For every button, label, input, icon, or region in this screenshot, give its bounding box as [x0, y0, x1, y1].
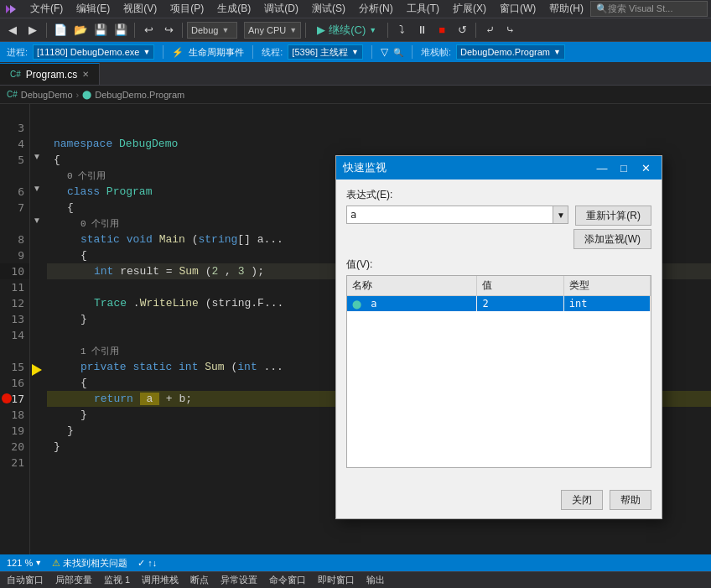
bottom-immediate[interactable]: 即时窗口 [318, 574, 355, 586]
platform-arrow-icon: ▼ [289, 26, 297, 34]
debug-sep3 [371, 45, 372, 59]
menu-edit[interactable]: 编辑(E) [70, 0, 117, 18]
menu-test[interactable]: 测试(S) [305, 0, 352, 18]
undo-btn[interactable]: ↩ [139, 21, 158, 39]
close-button[interactable]: 关闭 [561, 490, 603, 510]
menu-file[interactable]: 文件(F) [23, 0, 70, 18]
redo-btn[interactable]: ↪ [159, 21, 178, 39]
row-icon: ⬤ [352, 299, 361, 309]
stop-btn[interactable]: ■ [433, 21, 451, 39]
back-btn[interactable]: ◀ [3, 21, 22, 39]
class-icon: ⬤ [82, 90, 91, 99]
search-icon: 🔍 [596, 3, 608, 14]
status-arrows: ✓ ↑↓ [138, 558, 157, 569]
bottom-watch1[interactable]: 监视 1 [104, 574, 130, 586]
tab-program-cs[interactable]: C# Program.cs ✕ [0, 63, 100, 85]
dialog-maximize-btn[interactable]: □ [615, 159, 633, 177]
continue-arrow-icon: ▼ [369, 26, 376, 34]
debug-sep2 [252, 45, 253, 59]
bottom-breakpoints[interactable]: 断点 [190, 574, 209, 586]
col-header-name: 名称 [347, 276, 477, 296]
dialog-close-btn[interactable]: ✕ [636, 159, 655, 177]
menu-build[interactable]: 生成(B) [210, 0, 257, 18]
sep4 [305, 23, 306, 38]
save-all-btn[interactable]: 💾 [112, 21, 130, 39]
pause-btn[interactable]: ⏸ [413, 21, 431, 39]
status-bar: 121 % ▼ ⚠ 未找到相关问题 ✓ ↑↓ [0, 554, 711, 571]
bottom-exception-settings[interactable]: 异常设置 [221, 574, 257, 586]
expand-ns-icon[interactable]: ▼ [30, 152, 44, 161]
cs-icon2: C# [7, 90, 18, 99]
tab-close-icon[interactable]: ✕ [82, 70, 89, 79]
breadcrumb: C# DebugDemo › ⬤ DebugDemo.Program [0, 86, 711, 104]
bottom-output[interactable]: 输出 [366, 574, 385, 586]
toolbar: ◀ ▶ 📄 📂 💾 💾 ↩ ↪ Debug ▼ Any CPU ▼ ▶ 继续(C… [0, 18, 711, 42]
sep2 [134, 23, 135, 38]
code-line [47, 120, 711, 136]
dialog-title-bar: 快速监视 — □ ✕ [336, 156, 662, 180]
zoom-control[interactable]: 121 % ▼ [7, 558, 42, 568]
breadcrumb-namespace[interactable]: DebugDemo [21, 90, 73, 100]
restart-btn[interactable]: ↺ [453, 21, 471, 39]
cell-value: 2 [477, 296, 563, 312]
dialog-minimize-btn[interactable]: — [593, 159, 611, 177]
add-watch-button[interactable]: 添加监视(W) [573, 229, 651, 249]
dialog-body: 表达式(E): ▼ 重新计算(R) 添加监视(W) 值(V): 名 [336, 180, 662, 485]
warning-text: 未找到相关问题 [63, 557, 127, 570]
debug-sep4 [412, 45, 413, 59]
process-arrow-icon: ▼ [143, 48, 150, 56]
step-over-btn[interactable]: ⤵ [392, 21, 411, 39]
lifecycle-label: 生命周期事件 [189, 46, 244, 59]
breadcrumb-class[interactable]: DebugDemo.Program [95, 90, 184, 100]
help-button[interactable]: 帮助 [610, 490, 651, 510]
breakpoint-dot [2, 393, 12, 403]
col-header-type: 类型 [563, 276, 650, 296]
menu-project[interactable]: 项目(P) [163, 0, 210, 18]
platform-dropdown[interactable]: Any CPU ▼ [244, 22, 301, 39]
save-btn[interactable]: 💾 [91, 21, 110, 39]
menu-debug[interactable]: 调试(D) [257, 0, 305, 18]
config-arrow-icon: ▼ [221, 26, 229, 34]
thread-dropdown[interactable]: [5396] 主线程 ▼ [288, 44, 363, 60]
step-into-btn[interactable]: ⤶ [480, 21, 499, 39]
menu-window[interactable]: 窗口(W) [493, 0, 542, 18]
table-row[interactable]: ⬤ a 2 int [347, 296, 651, 312]
bottom-call-stack[interactable]: 调用堆栈 [142, 574, 179, 586]
new-btn[interactable]: 📄 [51, 21, 70, 39]
cell-name: ⬤ a [347, 296, 477, 312]
gutter: ▼ ▼ ▼ [30, 104, 44, 554]
value-table-container: 名称 值 类型 ⬤ a 2 int [346, 275, 651, 468]
expression-dropdown-icon[interactable]: ▼ [553, 206, 568, 224]
sep5 [387, 23, 388, 38]
quick-watch-dialog[interactable]: 快速监视 — □ ✕ 表达式(E): ▼ 重新计算(R) 添加监视(W) 值(V… [335, 155, 662, 519]
process-dropdown[interactable]: [11180] DebugDemo.exe ▼ [33, 44, 154, 60]
expand-class-icon[interactable]: ▼ [30, 184, 44, 193]
stack-dropdown[interactable]: DebugDemo.Program ▼ [456, 44, 565, 60]
menu-tools[interactable]: 工具(T) [400, 0, 446, 18]
menu-extensions[interactable]: 扩展(X) [446, 0, 493, 18]
debug-bar: 进程: [11180] DebugDemo.exe ▼ ⚡ 生命周期事件 线程:… [0, 42, 711, 62]
value-label: 值(V): [346, 258, 651, 272]
open-btn[interactable]: 📂 [71, 21, 90, 39]
dialog-footer: 关闭 帮助 [336, 485, 662, 518]
menu-help[interactable]: 帮助(H) [542, 0, 590, 18]
menu-analyze[interactable]: 分析(N) [352, 0, 400, 18]
recalc-button[interactable]: 重新计算(R) [575, 206, 651, 226]
filter-icon: ▽ [381, 46, 388, 58]
bottom-toolbar: 自动窗口 局部变量 监视 1 调用堆栈 断点 异常设置 命令窗口 即时窗口 输出 [0, 571, 711, 588]
breadcrumb-sep: › [76, 90, 80, 100]
expression-input[interactable] [346, 206, 553, 224]
continue-btn[interactable]: ▶ 继续(C) ▼ [310, 21, 383, 39]
config-dropdown[interactable]: Debug ▼ [187, 22, 237, 39]
bottom-locals[interactable]: 局部变量 [55, 574, 92, 586]
sep6 [475, 23, 476, 38]
menu-view[interactable]: 视图(V) [117, 0, 163, 18]
menu-search-box[interactable]: 🔍 搜索 Visual St... [590, 1, 708, 17]
col-header-value: 值 [477, 276, 563, 296]
bottom-command-window[interactable]: 命令窗口 [269, 574, 306, 586]
expand-main-icon[interactable]: ▼ [30, 216, 44, 225]
lifecycle-icon: ⚡ [172, 47, 184, 58]
step-out-btn[interactable]: ⤷ [501, 21, 519, 39]
bottom-auto-window[interactable]: 自动窗口 [7, 574, 44, 586]
forward-btn[interactable]: ▶ [23, 21, 42, 39]
